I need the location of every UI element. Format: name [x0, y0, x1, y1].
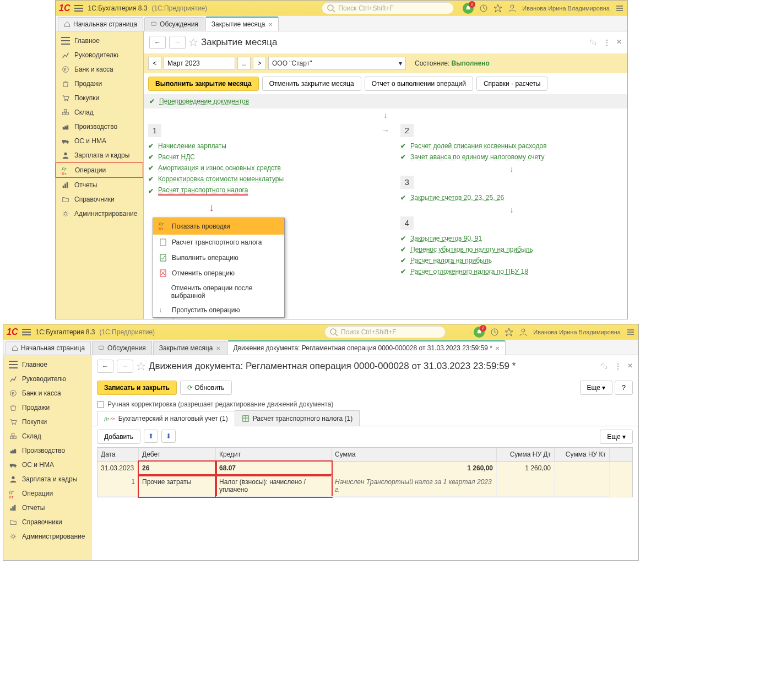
help-button[interactable]: ? — [615, 381, 633, 395]
sidebar-item-operations[interactable]: ДтКтОперации — [3, 486, 91, 501]
cm-skip[interactable]: ↓Пропустить операцию — [153, 303, 284, 317]
cm-run-op[interactable]: Выполнить операцию — [153, 250, 284, 265]
bell-badge-icon[interactable] — [474, 327, 485, 338]
sidebar-item-purchases[interactable]: Покупки — [3, 415, 91, 429]
col-debet[interactable]: Дебет — [139, 448, 216, 461]
history-icon[interactable] — [479, 4, 488, 13]
prev-period-button[interactable]: < — [148, 57, 161, 70]
sidebar-item-admin[interactable]: Администрирование — [3, 529, 91, 544]
col-nuk[interactable]: Сумма НУ Кт — [555, 448, 610, 461]
link-icon[interactable] — [589, 38, 598, 47]
tab-discuss[interactable]: Обсуждения — [144, 17, 204, 31]
close-icon[interactable]: ✕ — [216, 345, 220, 351]
star-icon[interactable] — [493, 4, 502, 13]
save-close-button[interactable]: Записать и закрыть — [97, 381, 177, 395]
inner-tab-accounting[interactable]: Дт КтБухгалтерский и налоговый учет (1) — [97, 411, 235, 426]
op-indirect[interactable]: Расчет долей списания косвенных расходов — [410, 142, 547, 150]
tab-doc-movements[interactable]: Движения документа: Регламентная операци… — [227, 340, 506, 355]
history-icon[interactable] — [490, 328, 499, 337]
back-button[interactable]: ← — [149, 36, 166, 49]
settings-icon[interactable] — [615, 4, 624, 13]
sidebar-item-catalogs[interactable]: Справочники — [56, 192, 143, 207]
user-name[interactable]: Иванова Ирина Владимировна — [522, 5, 610, 12]
back-button[interactable]: ← — [97, 360, 113, 373]
op-depr[interactable]: Амортизация и износ основных средств — [158, 164, 281, 172]
op-loss[interactable]: Перенос убытков по налогу на прибыль — [410, 246, 533, 253]
search-input[interactable]: Поиск Ctrl+Shift+F — [324, 326, 446, 338]
search-input[interactable]: Поиск Ctrl+Shift+F — [322, 2, 454, 14]
sidebar-item-sales[interactable]: Продажи — [56, 77, 143, 91]
op-profit-tax[interactable]: Расчет налога на прибыль — [410, 257, 492, 264]
bell-badge-icon[interactable] — [463, 3, 474, 14]
sidebar-item-reports[interactable]: Отчеты — [3, 501, 91, 515]
manual-edit-checkbox[interactable] — [97, 401, 104, 408]
sidebar-item-payroll[interactable]: Зарплата и кадры — [56, 148, 143, 162]
cancel-close-button[interactable]: Отменить закрытие месяца — [262, 77, 361, 91]
sidebar-item-catalogs[interactable]: Справочники — [3, 515, 91, 529]
cm-show-entries[interactable]: ДтКтПоказать проводки — [153, 218, 284, 235]
sidebar-item-warehouse[interactable]: Склад — [56, 105, 143, 120]
tab-month-close[interactable]: Закрытие месяца ✕ — [205, 17, 279, 31]
op-close-90[interactable]: Закрытие счетов 90, 91 — [410, 235, 482, 242]
menu-icon[interactable] — [74, 5, 83, 12]
kebab-icon[interactable]: ⋮ — [603, 38, 611, 47]
tab-home[interactable]: Начальная страница — [58, 17, 143, 31]
op-payroll[interactable]: Начисление зарплаты — [158, 142, 226, 150]
sidebar-item-reports[interactable]: Отчеты — [56, 178, 143, 192]
cm-calc-tax[interactable]: Расчет транспортного налога — [153, 235, 284, 250]
move-up-button[interactable]: ⬆ — [144, 430, 158, 443]
sidebar-item-admin[interactable]: Администрирование — [56, 207, 143, 221]
close-icon[interactable]: ✕ — [495, 345, 500, 351]
inner-tab-tax[interactable]: Расчет транспортного налога (1) — [235, 410, 360, 426]
close-icon[interactable]: ✕ — [627, 362, 633, 371]
tab-month-close[interactable]: Закрытие месяца✕ — [153, 341, 226, 355]
op-cost[interactable]: Корректировка стоимости номенклатуры — [158, 175, 284, 183]
sidebar-item-manager[interactable]: Руководителю — [3, 372, 91, 386]
col-nud[interactable]: Сумма НУ Дт — [497, 448, 555, 461]
op-advance[interactable]: Зачет аванса по единому налоговому счету — [410, 153, 544, 161]
sidebar-item-assets[interactable]: ОС и НМА — [56, 134, 143, 148]
menu-icon[interactable] — [22, 329, 31, 335]
sidebar-item-main[interactable]: Главное — [3, 357, 91, 372]
more-button[interactable]: Еще ▾ — [580, 381, 613, 395]
op-close-20[interactable]: Закрытие счетов 20, 23, 25, 26 — [410, 194, 504, 202]
link-icon[interactable] — [600, 362, 609, 371]
forward-button[interactable]: → — [169, 36, 186, 49]
sidebar-item-manager[interactable]: Руководителю — [56, 48, 143, 62]
period-input[interactable] — [164, 57, 235, 70]
sidebar-item-payroll[interactable]: Зарплата и кадры — [3, 472, 91, 486]
cm-cancel-op[interactable]: Отменить операцию — [153, 265, 284, 281]
ref-button[interactable]: Справки - расчеты — [476, 77, 547, 91]
col-kredit[interactable]: Кредит — [216, 448, 332, 461]
col-sum[interactable]: Сумма — [332, 448, 497, 461]
op-deferred[interactable]: Расчет отложенного налога по ПБУ 18 — [410, 268, 528, 275]
sidebar-item-purchases[interactable]: Покупки — [56, 91, 143, 105]
star-icon[interactable] — [505, 328, 513, 337]
sidebar-item-main[interactable]: Главное — [56, 34, 143, 48]
tab-discuss[interactable]: Обсуждения — [92, 341, 152, 355]
sidebar-item-production[interactable]: Производство — [56, 120, 143, 134]
move-down-button[interactable]: ⬇ — [161, 430, 176, 443]
close-icon[interactable]: ✕ — [616, 38, 622, 47]
close-icon[interactable]: ✕ — [268, 21, 273, 28]
op-transport-tax[interactable]: Расчет транспортного налога — [158, 186, 248, 196]
tab-home[interactable]: Начальная страница — [6, 341, 91, 355]
sidebar-item-bank[interactable]: ₽Банк и касса — [56, 62, 143, 77]
org-select[interactable]: ООО "Старт"▾ — [268, 57, 406, 70]
forward-button[interactable]: → — [117, 360, 133, 373]
star-icon[interactable] — [137, 362, 145, 371]
cm-cancel-after[interactable]: Отменить операции после выбранной — [153, 281, 284, 303]
sidebar-item-warehouse[interactable]: Склад — [3, 429, 91, 443]
star-icon[interactable] — [189, 38, 198, 47]
reprov-link[interactable]: Перепроведение документов — [159, 97, 249, 105]
sidebar-item-production[interactable]: Производство — [3, 443, 91, 458]
next-period-button[interactable]: > — [253, 57, 266, 70]
sidebar-item-assets[interactable]: ОС и НМА — [3, 458, 91, 472]
sidebar-item-sales[interactable]: Продажи — [3, 400, 91, 415]
table-row[interactable]: 31.03.2023 26 68.07 1 260,00 1 260,00 — [97, 462, 632, 475]
run-close-button[interactable]: Выполнить закрытие месяца — [148, 77, 259, 91]
kebab-icon[interactable]: ⋮ — [614, 362, 622, 371]
table-row[interactable]: 1 Прочие затраты Налог (взносы): начисле… — [97, 475, 632, 497]
report-button[interactable]: Отчет о выполнении операций — [365, 77, 473, 91]
settings-icon[interactable] — [626, 328, 635, 337]
